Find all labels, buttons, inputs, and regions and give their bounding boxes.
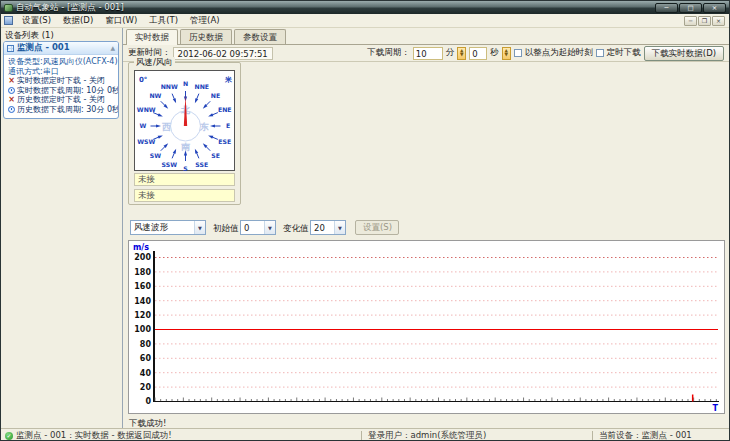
svg-text:SSE: SSE bbox=[195, 161, 208, 168]
menu-item-window[interactable]: 窗口(W) bbox=[99, 14, 143, 28]
set-button[interactable]: 设置(S) bbox=[355, 220, 399, 235]
svg-text:NNW: NNW bbox=[161, 83, 178, 90]
history-period-line: 历史数据下载周期: 30分 0秒 bbox=[4, 105, 118, 115]
svg-text:20: 20 bbox=[140, 383, 152, 392]
menu-item-admin[interactable]: 管理(A) bbox=[184, 14, 225, 28]
svg-text:NW: NW bbox=[149, 92, 161, 99]
chart-svg: 020406080100120140160180200m/sT bbox=[129, 241, 724, 413]
svg-text:T: T bbox=[713, 404, 719, 413]
spin-down-icon[interactable]: ▼ bbox=[460, 53, 463, 58]
seconds-stepper[interactable]: ▲ ▼ bbox=[502, 47, 511, 60]
app-icon bbox=[4, 4, 13, 12]
svg-text:m/s: m/s bbox=[133, 243, 149, 252]
menu-item-data[interactable]: 数据(D) bbox=[57, 14, 99, 28]
window-title: 自动气象站 - [监测点 - 001] bbox=[16, 1, 124, 14]
wind-group-title: 风速/风向 bbox=[134, 57, 175, 67]
start-on-hour-checkbox[interactable] bbox=[514, 49, 522, 57]
tab-strip: 实时数据 历史数据 参数设置 bbox=[126, 29, 288, 45]
mdi-restore-icon[interactable]: ❐ bbox=[698, 16, 711, 26]
download-period-label: 下载周期： bbox=[367, 47, 410, 59]
compass-svg: 北南东西NNNENEENEEESESESSESSSWSWWSWWWNWNWNNW… bbox=[135, 71, 236, 172]
clock-icon bbox=[8, 87, 15, 94]
svg-text:100: 100 bbox=[134, 325, 151, 334]
mdi-minimize-icon[interactable]: ─ bbox=[684, 16, 697, 26]
svg-text:N: N bbox=[183, 80, 188, 87]
logged-in-user: 登录用户：admin(系统管理员) bbox=[362, 430, 592, 441]
mdi-document-icon[interactable] bbox=[4, 16, 13, 25]
tab-history-data[interactable]: 历史数据 bbox=[180, 29, 232, 44]
svg-text:NE: NE bbox=[211, 92, 220, 99]
device-icon bbox=[7, 45, 14, 52]
dropdown-arrow-icon[interactable]: ▼ bbox=[194, 221, 205, 234]
minimize-icon[interactable]: ─ bbox=[655, 3, 678, 13]
svg-text:东: 东 bbox=[199, 122, 209, 132]
svg-text:W: W bbox=[140, 122, 147, 129]
minutes-input[interactable]: 10 bbox=[413, 47, 443, 60]
download-status-text: 下载成功! bbox=[129, 418, 166, 430]
success-check-icon: ✓ bbox=[5, 432, 13, 440]
wind-speed-field: 未接 bbox=[134, 173, 235, 186]
svg-text:40: 40 bbox=[140, 369, 152, 378]
dropdown-arrow-icon[interactable]: ▼ bbox=[334, 221, 345, 234]
close-icon[interactable]: × bbox=[703, 3, 726, 13]
status-bar: ✓ 监测点 - 001：实时数据 - 数据返回成功! 登录用户：admin(系统… bbox=[1, 428, 729, 441]
wind-compass: 北南东西NNNENEENEEESESESSESSSWSWWSWWWNWNWNNW… bbox=[134, 70, 235, 171]
svg-text:0: 0 bbox=[145, 397, 151, 406]
svg-text:120: 120 bbox=[134, 311, 151, 320]
svg-text:200: 200 bbox=[134, 253, 151, 262]
svg-text:80: 80 bbox=[140, 340, 152, 349]
initial-value-select[interactable]: 0 ▼ bbox=[240, 220, 276, 235]
timed-download-checkbox[interactable] bbox=[596, 49, 604, 57]
title-bar: 自动气象站 - [监测点 - 001] ─ □ × bbox=[1, 1, 729, 14]
svg-text:SW: SW bbox=[150, 152, 161, 159]
wind-groupbox: 风速/风向 北南东西NNNENEENEEESESESSESSSWSWWSWWWN… bbox=[128, 62, 241, 205]
dropdown-arrow-icon[interactable]: ▼ bbox=[264, 221, 275, 234]
svg-text:SE: SE bbox=[211, 152, 220, 159]
change-value-select[interactable]: 20 ▼ bbox=[310, 220, 346, 235]
device-sidebar: 设备列表 (1) 监测点 - 001 ▲ 设备类型:风速风向仪(ACFX-4) … bbox=[1, 28, 123, 428]
menu-item-settings[interactable]: 设置(S) bbox=[16, 14, 57, 28]
svg-text:SSW: SSW bbox=[162, 161, 178, 168]
current-device: 当前设备：监测点 - 001 bbox=[593, 430, 729, 441]
wind-direction-field: 未接 bbox=[134, 189, 235, 202]
svg-text:0°: 0° bbox=[139, 76, 147, 84]
clock-icon bbox=[8, 106, 15, 113]
device-panel-header[interactable]: 监测点 - 001 ▲ bbox=[4, 42, 118, 55]
app-window: 自动气象站 - [监测点 - 001] ─ □ × 设置(S) 数据(D) 窗口… bbox=[0, 0, 730, 441]
realtime-period-line: 实时数据下载周期: 10分 0秒 bbox=[4, 86, 118, 96]
status-message: 监测点 - 001：实时数据 - 数据返回成功! bbox=[16, 430, 172, 441]
main-content: 实时数据 历史数据 参数设置 更新时间： 2012-06-02 09:57:51… bbox=[123, 28, 729, 428]
svg-text:西: 西 bbox=[161, 122, 171, 132]
svg-text:WSW: WSW bbox=[137, 138, 155, 145]
comm-mode-line: 通讯方式:串口 bbox=[4, 67, 118, 77]
minutes-unit-label: 分 bbox=[446, 47, 455, 59]
seconds-input[interactable]: 0 bbox=[469, 47, 487, 60]
update-time-value: 2012-06-02 09:57:51 bbox=[173, 47, 273, 60]
toolbar: 更新时间： 2012-06-02 09:57:51 下载周期： 10 分 ▲ ▼… bbox=[123, 44, 729, 62]
cross-icon: × bbox=[8, 95, 15, 105]
device-panel: 监测点 - 001 ▲ 设备类型:风速风向仪(ACFX-4) 通讯方式:串口 ×… bbox=[3, 41, 119, 119]
waveform-select[interactable]: 风速波形 ▼ bbox=[130, 220, 206, 235]
svg-text:NNE: NNE bbox=[194, 83, 209, 90]
minutes-stepper[interactable]: ▲ ▼ bbox=[457, 47, 466, 60]
tab-realtime-data[interactable]: 实时数据 bbox=[126, 29, 178, 45]
svg-text:180: 180 bbox=[134, 268, 151, 277]
tab-parameter-settings[interactable]: 参数设置 bbox=[234, 29, 286, 44]
start-on-hour-label: 以整点为起始时刻 bbox=[525, 47, 593, 59]
collapse-chevron-icon[interactable]: ▲ bbox=[110, 45, 115, 51]
svg-text:140: 140 bbox=[134, 297, 151, 306]
svg-text:ESE: ESE bbox=[218, 138, 231, 145]
menu-bar: 设置(S) 数据(D) 窗口(W) 工具(T) 管理(A) ─ ❐ × bbox=[1, 14, 729, 28]
spin-down-icon[interactable]: ▼ bbox=[505, 53, 508, 58]
svg-text:米: 米 bbox=[224, 76, 233, 84]
svg-text:160: 160 bbox=[134, 282, 151, 291]
wind-speed-chart: 020406080100120140160180200m/sT bbox=[128, 240, 725, 414]
maximize-icon[interactable]: □ bbox=[679, 3, 702, 13]
svg-text:S: S bbox=[183, 165, 187, 172]
mdi-close-icon[interactable]: × bbox=[712, 16, 725, 26]
svg-text:ENE: ENE bbox=[218, 106, 232, 113]
svg-text:60: 60 bbox=[140, 354, 152, 363]
svg-text:E: E bbox=[226, 122, 230, 129]
menu-item-tools[interactable]: 工具(T) bbox=[143, 14, 184, 28]
download-realtime-button[interactable]: 下载实时数据(D) bbox=[644, 46, 724, 61]
